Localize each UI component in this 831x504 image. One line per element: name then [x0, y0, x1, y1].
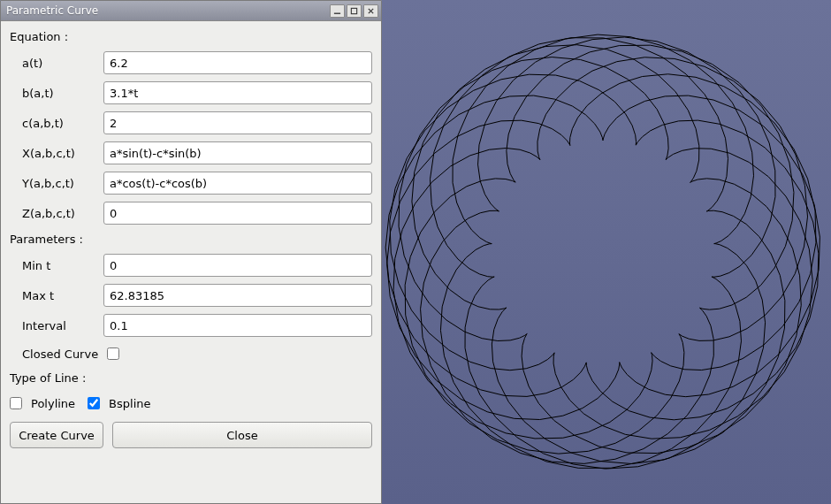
label-a: a(t) — [10, 57, 96, 70]
label-polyline: Polyline — [31, 397, 75, 410]
label-b: b(a,t) — [10, 87, 96, 100]
input-interval[interactable] — [103, 314, 372, 337]
parameters-section-label: Parameters : — [10, 233, 372, 246]
input-y[interactable] — [103, 172, 372, 195]
checkbox-closed-curve[interactable] — [107, 347, 119, 360]
parametric-curve-render — [382, 0, 831, 504]
row-a: a(t) — [10, 50, 372, 75]
row-min-t: Min t — [10, 253, 372, 278]
row-max-t: Max t — [10, 283, 372, 308]
row-y: Y(a,b,c,t) — [10, 171, 372, 195]
parametric-curve-dialog: Parametric Curve Equation : a(t) b(a,t) … — [0, 0, 382, 504]
row-closed-curve: Closed Curve — [10, 343, 372, 364]
close-window-button[interactable] — [363, 4, 378, 18]
input-min-t[interactable] — [103, 254, 372, 277]
close-button[interactable]: Close — [112, 422, 372, 448]
row-c: c(a,b,t) — [10, 111, 372, 135]
input-c[interactable] — [103, 111, 372, 134]
minimize-button[interactable] — [330, 4, 345, 18]
checkbox-bspline[interactable] — [88, 397, 100, 409]
checkbox-polyline[interactable] — [10, 397, 22, 409]
label-z: Z(a,b,c,t) — [10, 207, 96, 220]
label-max-t: Max t — [10, 289, 96, 302]
label-x: X(a,b,c,t) — [10, 147, 96, 160]
row-b: b(a,t) — [10, 80, 372, 105]
row-line-type: Polyline Bspline — [10, 392, 372, 415]
row-x: X(a,b,c,t) — [10, 141, 372, 165]
input-a[interactable] — [103, 51, 372, 74]
label-c: c(a,b,t) — [10, 117, 96, 130]
viewport-3d[interactable] — [382, 0, 831, 504]
input-x[interactable] — [103, 141, 372, 164]
label-y: Y(a,b,c,t) — [10, 177, 96, 190]
titlebar[interactable]: Parametric Curve — [1, 1, 381, 21]
type-section-label: Type of Line : — [10, 371, 372, 385]
label-closed-curve: Closed Curve — [22, 347, 98, 361]
row-z: Z(a,b,c,t) — [10, 201, 372, 225]
window-title: Parametric Curve — [6, 4, 328, 17]
label-min-t: Min t — [10, 259, 96, 272]
row-interval: Interval — [10, 313, 372, 338]
create-curve-button[interactable]: Create Curve — [10, 422, 103, 448]
dialog-body: Equation : a(t) b(a,t) c(a,b,t) X(a,b,c,… — [1, 21, 381, 457]
input-max-t[interactable] — [103, 284, 372, 307]
equation-section-label: Equation : — [10, 30, 372, 43]
label-interval: Interval — [10, 319, 96, 332]
svg-rect-1 — [351, 8, 356, 13]
input-b[interactable] — [103, 81, 372, 104]
maximize-button[interactable] — [347, 4, 362, 18]
input-z[interactable] — [103, 202, 372, 225]
button-row: Create Curve Close — [10, 422, 372, 448]
label-bspline: Bspline — [109, 397, 150, 410]
